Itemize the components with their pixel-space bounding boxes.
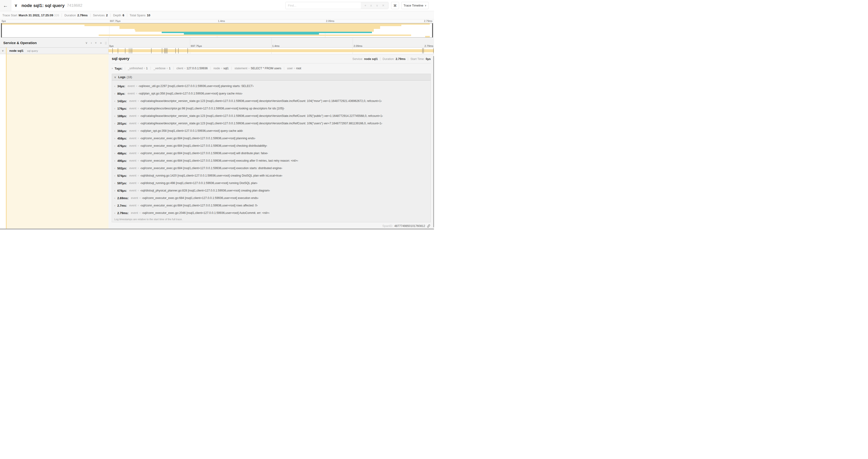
equals-sign: = [137,144,139,147]
chevron-right-icon: › [114,167,115,170]
detail-operation-title: sql query [112,57,129,61]
log-row[interactable]: ›678μs:event=‹sql/distsql_physical_plann… [112,187,431,194]
log-row[interactable]: ›80μs:event=‹sql/plan_opt.go:358 [nsql1,… [112,90,431,97]
log-timestamp: 597μs: [117,182,127,185]
log-marker-tick [424,48,424,54]
equals-sign: = [139,197,141,199]
collapse-all-icon[interactable]: » [94,42,98,43]
log-row[interactable]: ›366μs:event=‹sql/plan_opt.go:358 [nsql1… [112,127,431,135]
log-timestamp: 201μs: [117,122,127,125]
log-row[interactable]: ›486μs:event=‹sql/conn_executor_exec.go:… [112,150,431,157]
span-collapse-chevron-icon[interactable]: ∨ [2,47,4,54]
chevron-right-icon: › [114,174,115,177]
log-field-key: event [131,196,138,200]
collapse-one-icon[interactable]: ∨ [85,41,88,44]
logs-list: Log timestamps are relative to the start… [112,80,431,222]
equals-sign: = [137,137,139,140]
command-icon: ⌘ [394,4,397,7]
tag-item: _unfinished=1 [125,67,151,70]
log-row[interactable]: ›495μs:event=‹sql/conn_executor_exec.go:… [112,157,431,164]
log-row[interactable]: ›459μs:event=‹sql/conn_executor_exec.go:… [112,135,431,142]
log-row[interactable]: ›502μs:event=‹sql/conn_executor_exec.go:… [112,164,431,172]
log-field-key: event [129,167,136,170]
prev-result-icon[interactable]: ∧ [370,4,372,7]
minimap-range-handle-right[interactable] [432,23,433,37]
log-row[interactable]: ›142μs:event=‹sql/catalog/lease/descript… [112,97,431,105]
trace-timeline-page: ← ∨ node sql1: sql query7418682 ⌖ ∧ ∨ ✕ … [0,0,434,230]
log-row[interactable]: ›201μs:event=‹sql/catalog/lease/descript… [112,120,431,127]
span-duration-bar[interactable] [108,49,434,52]
minimap-canvas[interactable] [1,23,433,38]
log-marker-tick [125,48,125,54]
link-icon[interactable] [427,224,430,228]
log-field-key: event [129,107,136,110]
log-field-key: event [129,144,136,147]
log-field-value: ‹sql/conn_executor_exec.go:684 [nsql1,cl… [140,144,267,147]
column-resizer[interactable]: || [105,41,107,44]
top-bar: ← ∨ node sql1: sql query7418682 ⌖ ∧ ∨ ✕ … [0,0,434,11]
log-row[interactable]: ›2.7ms:event=‹sql/conn_executor_exec.go:… [112,202,431,209]
equals-sign: = [137,159,139,162]
tags-label: Tags: [115,67,123,70]
span-service-name: node sql1 [9,47,24,54]
log-field-value: ‹sql/catalog/descs/descriptor.go:98 [nsq… [140,107,284,110]
log-field-key: event [129,99,136,103]
log-field-key: event [128,92,135,95]
vertical-scrollbar[interactable] [433,56,434,227]
keyboard-shortcuts-button[interactable]: ⌘ [391,2,399,9]
minimap-span-bar [425,36,430,37]
equals-sign: = [137,122,139,125]
chevron-right-icon: › [112,67,113,70]
expand-one-icon[interactable]: › [91,41,92,44]
detail-meta-item: Duration:2.79ms [383,57,406,61]
clear-search-icon[interactable]: ✕ [382,4,384,7]
log-field-value: ‹sql/conn_executor_exec.go:684 [nsql1,cl… [140,152,268,155]
log-row[interactable]: ›2.69ms:event=‹sql/conn_executor_exec.go… [112,194,431,202]
expand-all-icon[interactable]: » [100,41,102,44]
timeline-tick-label: 2.09ms [326,20,334,22]
minimap-range-handle-left[interactable] [1,23,2,37]
log-row[interactable]: ›597μs:event=‹sql/distsql_running.go:498… [112,179,431,187]
span-row-name-cell[interactable]: ∨ node sql1 sql query [0,47,108,54]
minimap-span-bar [99,35,411,36]
timeline-minimap: 0μs697.75μs1.4ms2.09ms2.79ms [0,20,434,38]
log-row[interactable]: ›189μs:event=‹sql/catalog/lease/descript… [112,112,431,120]
equals-sign: = [184,67,186,70]
log-timestamp: 34μs: [117,85,125,88]
log-row[interactable]: ›34μs:event=‹sql/exec_util.go:2297 [nsql… [112,82,431,90]
tag-value: root [296,67,301,70]
logs-accordion-header[interactable]: ∨ Logs (18) [112,74,431,80]
log-field-value: ‹sql/conn_executor_exec.go:684 [nsql1,cl… [140,159,298,162]
tag-key: _unfinished [128,67,143,70]
log-row[interactable]: ›574μs:event=‹sql/distsql_running.go:142… [112,172,431,179]
next-result-icon[interactable]: ∨ [376,4,378,7]
span-row[interactable]: ∨ node sql1 sql query [0,47,434,54]
log-field-key: event [131,211,138,215]
log-field-value: ‹sql/conn_executor_exec.go:2046 [nsql1,c… [142,211,270,215]
timeline-tick-label: 0μs [109,38,114,48]
span-detail-row: sql query Service:node sql1Duration:2.79… [0,54,434,229]
log-field-key: event [129,137,136,140]
log-field-value: ‹sql/conn_executor_exec.go:684 [nsql1,cl… [140,167,282,170]
chevron-down-icon: ∨ [425,4,426,7]
log-row[interactable]: ›476μs:event=‹sql/conn_executor_exec.go:… [112,142,431,150]
span-row-bar-cell[interactable] [108,47,434,54]
log-row[interactable]: ›176μs:event=‹sql/catalog/descs/descript… [112,105,431,112]
logs-footer-note: Log timestamps are relative to the start… [114,218,183,221]
log-marker-tick [422,48,423,54]
log-marker-tick [132,48,132,54]
summary-value: 6 [123,13,124,17]
tags-accordion[interactable]: › Tags: _unfinished=1_verbose=1client=12… [112,65,431,71]
chevron-right-icon: › [114,129,115,132]
view-selector-button[interactable]: Trace Timeline∨ [401,2,429,9]
log-field-key: event [128,85,135,88]
log-field-value: ‹sql/plan_opt.go:358 [nsql1,client=127.0… [138,92,242,95]
log-timestamp: 476μs: [117,144,127,147]
focus-target-icon[interactable]: ⌖ [365,4,366,7]
log-row[interactable]: ›2.79ms:event=‹sql/conn_executor_exec.go… [112,209,431,217]
find-input[interactable] [286,2,361,9]
log-timestamp: 189μs: [117,114,127,118]
trace-collapse-chevron-icon[interactable]: ∨ [14,0,17,11]
log-timestamp: 459μs: [117,137,127,140]
back-button[interactable]: ← [0,0,11,11]
